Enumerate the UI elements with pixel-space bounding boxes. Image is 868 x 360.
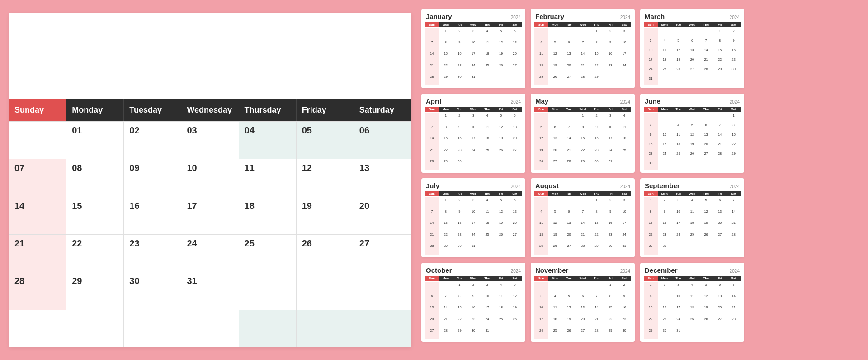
- mini-day-cell: 1: [644, 197, 658, 208]
- mini-day-cell: 1: [713, 28, 727, 38]
- mini-week-row: 262728293031: [534, 159, 631, 170]
- mini-day-label-mon: Mon: [658, 107, 672, 112]
- mini-day-cell: [576, 197, 590, 208]
- mini-week-row: 123: [534, 28, 631, 39]
- mini-week-row: 2930: [644, 243, 741, 255]
- mini-day-cell: 31: [480, 328, 494, 339]
- mini-day-cell: 21: [425, 147, 439, 158]
- mini-day-label-sat: Sat: [726, 191, 741, 196]
- mini-day-cell: 13: [508, 208, 522, 220]
- mini-day-cell: 1: [644, 282, 658, 293]
- mini-day-cell: 29: [439, 159, 453, 170]
- mini-day-cell: 5: [494, 197, 508, 208]
- mini-day-label-fri: Fri: [604, 107, 618, 112]
- mini-day-cell: [508, 74, 522, 85]
- mini-week-row: 15161718192021: [644, 305, 741, 316]
- mini-day-cell: 9: [453, 208, 467, 220]
- mini-cal-month-name: December: [645, 266, 678, 274]
- mini-day-label-sun: Sun: [534, 191, 548, 196]
- mini-day-cell: [658, 113, 672, 122]
- mini-day-cell: 18: [617, 136, 631, 147]
- mini-day-cell: [671, 28, 685, 38]
- mini-day-cell: 9: [467, 293, 481, 304]
- mini-day-cell: [590, 282, 604, 293]
- mini-week-row: 123456: [425, 113, 522, 124]
- mini-day-cell: 24: [534, 328, 548, 339]
- mini-week-row: 19202122232425: [534, 147, 631, 158]
- mini-day-label-tue: Tue: [453, 107, 467, 112]
- mini-day-cell: 6: [425, 293, 439, 304]
- main-day-cell: 31: [181, 272, 239, 309]
- mini-day-cell: 22: [576, 147, 590, 158]
- mini-day-cell: 7: [699, 38, 713, 47]
- mini-cal-header: January2024: [425, 13, 522, 20]
- mini-day-cell: [644, 113, 658, 122]
- mini-day-label-thu: Thu: [699, 107, 713, 112]
- mini-day-cell: 21: [713, 142, 727, 151]
- mini-day-cell: [480, 243, 494, 255]
- mini-day-cell: [576, 282, 590, 293]
- mini-day-cell: 7: [726, 282, 741, 293]
- mini-day-cell: 15: [726, 132, 741, 141]
- mini-day-cell: 12: [548, 220, 562, 232]
- mini-day-cell: 7: [576, 208, 590, 220]
- mini-day-cell: [713, 328, 727, 339]
- mini-day-cell: 10: [467, 124, 481, 135]
- mini-day-label-sat: Sat: [508, 191, 522, 196]
- main-day-cell: 15: [66, 197, 124, 234]
- mini-day-cell: 15: [644, 220, 658, 232]
- mini-day-label-mon: Mon: [548, 276, 562, 281]
- mini-day-cell: 30: [453, 243, 467, 255]
- mini-day-cell: 14: [699, 47, 713, 57]
- mini-day-cell: 30: [604, 243, 618, 255]
- mini-day-cell: 27: [576, 328, 590, 339]
- mini-week-row: 30: [644, 161, 741, 170]
- mini-cal-header: September2024: [644, 182, 741, 189]
- mini-week-row: 45678910: [534, 208, 631, 220]
- mini-day-cell: 17: [604, 136, 618, 147]
- mini-day-cell: [685, 161, 699, 170]
- mini-day-cell: 29: [726, 151, 741, 161]
- main-day-cell: 16: [124, 197, 181, 234]
- main-day-cell: 08: [66, 159, 124, 196]
- mini-day-cell: 4: [480, 197, 494, 208]
- mini-day-cell: [658, 76, 672, 85]
- mini-day-cell: [508, 159, 522, 170]
- mini-calendar-may: May2024SunMonTueWedThuFriSat123456789101…: [531, 94, 635, 173]
- mini-day-cell: 21: [726, 220, 741, 232]
- mini-day-cell: 14: [425, 220, 439, 232]
- mini-cal-month-name: July: [426, 182, 439, 189]
- mini-week-row: 17181920212223: [644, 57, 741, 66]
- mini-day-label-thu: Thu: [480, 22, 494, 27]
- main-day-cell: 18: [239, 197, 297, 234]
- mini-day-cell: 4: [480, 113, 494, 124]
- mini-week-row: 21222324252627: [425, 62, 522, 74]
- main-day-cell: [297, 310, 354, 347]
- mini-day-cell: 27: [508, 147, 522, 158]
- mini-week-row: 22232425262728: [644, 232, 741, 243]
- mini-week-row: 12345: [425, 282, 522, 293]
- mini-cal-year: 2024: [730, 184, 740, 189]
- mini-cal-month-name: May: [535, 97, 548, 105]
- mini-day-cell: [425, 282, 439, 293]
- mini-day-cell: 23: [453, 147, 467, 158]
- mini-day-cell: 1: [439, 28, 453, 39]
- mini-week-row: 1234567: [644, 282, 741, 293]
- mini-day-cell: 31: [671, 328, 685, 339]
- mini-day-cell: 19: [699, 220, 713, 232]
- mini-week-row: 1: [644, 113, 741, 122]
- mini-day-cell: 9: [604, 39, 618, 51]
- mini-day-cell: 2: [726, 28, 741, 38]
- mini-day-cell: 12: [562, 305, 576, 316]
- mini-day-cell: 24: [617, 232, 631, 243]
- mini-week-row: 16171819202122: [644, 142, 741, 151]
- mini-days-header: SunMonTueWedThuFriSat: [534, 276, 631, 281]
- main-day-cell: [66, 310, 124, 347]
- mini-calendar-october: October2024SunMonTueWedThuFriSat12345678…: [421, 263, 525, 342]
- mini-day-cell: [726, 161, 741, 170]
- mini-week-row: 11121314151617: [534, 51, 631, 62]
- mini-day-cell: [685, 113, 699, 122]
- mini-day-cell: 11: [685, 293, 699, 304]
- day-label-thursday: Thursday: [239, 99, 297, 121]
- mini-day-cell: 17: [480, 305, 494, 316]
